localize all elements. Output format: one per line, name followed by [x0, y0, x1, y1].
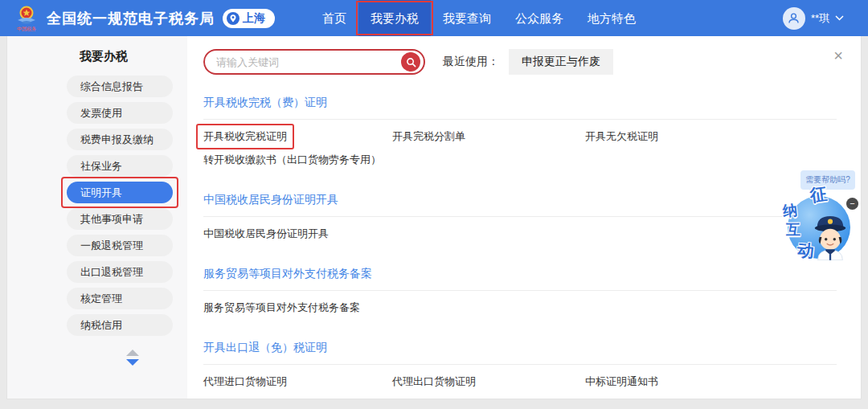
- service-link[interactable]: 开具无欠税证明: [585, 125, 837, 149]
- sidebar-item[interactable]: 证明开具: [67, 182, 173, 203]
- service-link[interactable]: 开具完税分割单: [392, 125, 585, 149]
- sidebar-item[interactable]: 发票使用: [67, 102, 173, 124]
- section-heading-link[interactable]: 开具税收完税（费）证明: [203, 96, 837, 110]
- sidebar-item[interactable]: 税费申报及缴纳: [67, 129, 173, 150]
- tax-officer-icon: [810, 211, 850, 260]
- service-link[interactable]: 委托出口货物证明: [585, 394, 837, 399]
- service-link[interactable]: 开具税收完税证明: [203, 125, 392, 149]
- section-grid: 服务贸易等项目对外支付税务备案: [203, 297, 837, 320]
- service-section: 开具出口退（免）税证明代理进口货物证明代理出口货物证明中标证明通知书出口货物已补…: [203, 341, 837, 399]
- mascot-char: 互: [786, 220, 800, 239]
- search-input[interactable]: [216, 56, 401, 68]
- assistant-widget: 需要帮助吗? − 征 纳 互 动: [786, 170, 855, 259]
- service-section: 中国税收居民身份证明开具中国税收居民身份证明开具: [203, 193, 837, 246]
- section-grid: 开具税收完税证明开具完税分割单开具无欠税证明转开税收缴款书（出口货物劳务专用）: [203, 125, 837, 172]
- service-link[interactable]: 代理进口货物证明: [203, 370, 392, 394]
- service-link[interactable]: 出口货物已补税/未退税证明: [203, 394, 392, 399]
- mascot-char: 征: [809, 182, 829, 207]
- user-name: **琪: [811, 11, 829, 26]
- top-header: 中国税务 全国统一规范电子税务局 上海 首页 我要办税 我要查询 公众服务 地方…: [0, 0, 868, 36]
- location-label: 上海: [243, 11, 265, 26]
- section-grid: 代理进口货物证明代理出口货物证明中标证明通知书出口货物已补税/未退税证明出口货物…: [203, 370, 837, 399]
- nav-item-label: 首页: [322, 11, 346, 25]
- section-divider: [203, 364, 837, 365]
- nav-item-label: 公众服务: [515, 11, 563, 25]
- main-nav: 首页 我要办税 我要查询 公众服务 地方特色: [310, 0, 648, 36]
- sidebar-item-label: 出口退税管理: [80, 266, 143, 278]
- collapse-up-icon: [126, 350, 139, 356]
- sidebar: 我要办税 综合信息报告 发票使用 税费申报及缴纳 社保业务 证明开具 其他事项申…: [7, 36, 187, 399]
- sidebar-menu: 综合信息报告 发票使用 税费申报及缴纳 社保业务 证明开具 其他事项申请 一般退…: [7, 76, 187, 336]
- search-icon: [406, 57, 416, 67]
- nav-item[interactable]: 首页: [310, 0, 358, 36]
- service-link[interactable]: 转开税收缴款书（出口货物劳务专用）: [203, 149, 392, 172]
- service-link[interactable]: 服务贸易等项目对外支付税务备案: [203, 297, 392, 320]
- nav-item[interactable]: 地方特色: [575, 0, 648, 36]
- nav-item-label: 我要办税: [371, 11, 419, 25]
- sidebar-item[interactable]: 一般退税管理: [67, 235, 173, 256]
- section-divider: [203, 216, 837, 217]
- sidebar-item[interactable]: 出口退税管理: [67, 261, 173, 283]
- service-sections: 开具税收完税（费）证明开具税收完税证明开具完税分割单开具无欠税证明转开税收缴款书…: [203, 96, 837, 399]
- sidebar-item-label: 综合信息报告: [80, 80, 143, 92]
- close-icon[interactable]: ×: [833, 47, 843, 63]
- location-badge[interactable]: 上海: [223, 9, 275, 28]
- section-grid: 中国税收居民身份证明开具: [203, 223, 837, 246]
- sidebar-heading: 我要办税: [80, 49, 187, 64]
- section-divider: [203, 119, 837, 120]
- sidebar-item-label: 证明开具: [80, 186, 122, 198]
- recent-used-button[interactable]: 申报更正与作废: [509, 49, 613, 75]
- section-heading-link[interactable]: 服务贸易等项目对外支付税务备案: [203, 267, 837, 281]
- assistant-mascot[interactable]: 征 纳 互 动: [788, 196, 850, 259]
- logo-caption: 中国税务: [17, 27, 36, 31]
- nav-item[interactable]: 我要办税: [358, 0, 431, 36]
- collapse-down-icon: [126, 359, 139, 366]
- sidebar-item[interactable]: 其他事项申请: [67, 208, 173, 230]
- search-box: [203, 49, 425, 75]
- sidebar-item-label: 发票使用: [80, 107, 122, 119]
- minimize-icon[interactable]: −: [846, 198, 858, 210]
- sidebar-collapse-control[interactable]: [125, 350, 141, 366]
- sidebar-item-label: 一般退税管理: [80, 239, 143, 252]
- search-row: 最近使用： 申报更正与作废: [203, 49, 837, 75]
- section-divider: [203, 290, 837, 291]
- nav-item[interactable]: 公众服务: [503, 0, 575, 36]
- mascot-char: 纳: [782, 200, 798, 221]
- tax-emblem-icon: [16, 5, 37, 26]
- service-link[interactable]: 中标证明通知书: [585, 370, 837, 394]
- service-link[interactable]: 代理出口货物证明: [392, 370, 585, 394]
- tax-bureau-logo-icon: 中国税务: [13, 2, 40, 35]
- sidebar-item-label: 其他事项申请: [80, 213, 143, 225]
- sidebar-item-label: 税费申报及缴纳: [80, 133, 154, 145]
- section-heading-link[interactable]: 中国税收居民身份证明开具: [203, 193, 837, 207]
- sidebar-item[interactable]: 纳税信用: [67, 314, 173, 336]
- service-section: 服务贸易等项目对外支付税务备案服务贸易等项目对外支付税务备案: [203, 267, 837, 320]
- search-button[interactable]: [401, 52, 420, 72]
- user-menu[interactable]: **琪: [783, 7, 855, 30]
- sidebar-item[interactable]: 核定管理: [67, 288, 173, 309]
- nav-item-label: 我要查询: [443, 11, 491, 25]
- chevron-down-icon: [835, 15, 844, 21]
- recent-used-label: 最近使用：: [443, 55, 499, 69]
- main-card: 我要办税 综合信息报告 发票使用 税费申报及缴纳 社保业务 证明开具 其他事项申…: [6, 36, 862, 399]
- sidebar-item-label: 核定管理: [80, 292, 122, 305]
- nav-item[interactable]: 我要查询: [431, 0, 503, 36]
- sidebar-item-label: 社保业务: [80, 160, 122, 172]
- location-pin-icon: [227, 12, 240, 25]
- service-section: 开具税收完税（费）证明开具税收完税证明开具完税分割单开具无欠税证明转开税收缴款书…: [203, 96, 837, 172]
- service-link[interactable]: 出口货物转内销证明: [392, 394, 585, 399]
- sidebar-item[interactable]: 社保业务: [67, 155, 173, 177]
- section-heading-link[interactable]: 开具出口退（免）税证明: [203, 341, 837, 355]
- user-avatar-icon: [783, 7, 805, 30]
- sidebar-item[interactable]: 综合信息报告: [67, 76, 173, 97]
- service-link[interactable]: 中国税收居民身份证明开具: [203, 223, 392, 246]
- page-title: 全国统一规范电子税务局: [47, 9, 215, 28]
- sidebar-item-label: 纳税信用: [80, 319, 122, 331]
- nav-item-label: 地方特色: [588, 11, 636, 25]
- content-panel: × 最近使用： 申报更正与作废 开具税收完税（费）证明开具税收完税证明开具完税分…: [187, 36, 861, 399]
